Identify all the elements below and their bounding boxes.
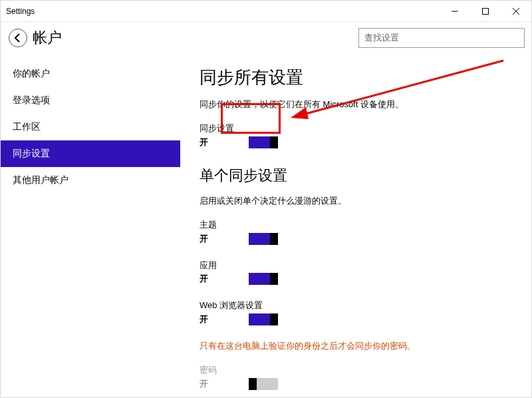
maximize-button[interactable] [470,1,501,21]
sidebar-item-work-access[interactable]: 工作区 [1,114,180,140]
back-button[interactable] [9,29,27,47]
minimize-button[interactable] [440,1,470,21]
section-desc-individual: 启用或关闭单个决定什么漫游的设置。 [200,195,513,207]
toggle-theme[interactable] [249,233,278,245]
close-button[interactable] [501,1,531,21]
setting-state-text: 开 [200,273,246,285]
setting-browser: Web 浏览器设置 开 [200,299,513,325]
sidebar-item-label: 你的帐户 [13,68,50,80]
svg-rect-1 [483,8,489,14]
toggle-sync-settings[interactable] [249,136,278,148]
toggle-apps[interactable] [249,273,278,285]
setting-password: 密码 开 [200,364,513,390]
main-panel: 同步所有设置 同步你的设置，以便它们在所有 Microsoft 设备使用。 同步… [180,54,531,397]
search-placeholder: 查找设置 [364,32,399,44]
page-title: 帐户 [33,28,358,48]
sidebar-item-label: 同步设置 [13,148,50,160]
content-area: 你的帐户 登录选项 工作区 同步设置 其他用户帐户 同步所有设置 同步你的设置，… [1,54,531,397]
sidebar-item-label: 登录选项 [13,95,50,106]
setting-theme: 主题 开 [200,219,513,245]
setting-state-text: 开 [200,378,246,390]
sidebar-item-label: 其他用户帐户 [13,174,68,186]
setting-label: 密码 [200,364,513,376]
setting-state-text: 开 [200,313,246,325]
toggle-password[interactable] [249,378,278,390]
header-row: 帐户 查找设置 [1,22,531,54]
sidebar-item-your-account[interactable]: 你的帐户 [1,61,180,87]
sidebar-item-sync-settings[interactable]: 同步设置 [1,140,180,167]
svg-marker-5 [291,107,309,119]
svg-line-4 [301,61,503,115]
caption-buttons [440,1,531,21]
annotation-box [221,103,281,134]
setting-label: 应用 [200,260,513,272]
setting-label: 主题 [200,219,513,231]
window-title: Settings [1,7,440,16]
sidebar: 你的帐户 登录选项 工作区 同步设置 其他用户帐户 [1,54,180,397]
setting-state-text: 开 [200,136,246,148]
setting-state-text: 开 [200,233,246,245]
titlebar: Settings [1,1,531,22]
toggle-browser[interactable] [249,313,278,325]
annotation-arrow [281,54,513,127]
verify-warning-text: 只有在这台电脑上验证你的身份之后才会同步你的密码。 [200,340,513,352]
setting-apps: 应用 开 [200,260,513,286]
search-input[interactable]: 查找设置 [358,28,525,48]
sidebar-item-signin-options[interactable]: 登录选项 [1,87,180,114]
sidebar-item-label: 工作区 [13,121,41,133]
setting-label: Web 浏览器设置 [200,299,513,311]
section-title-individual: 单个同步设置 [200,166,513,186]
sidebar-item-other-users[interactable]: 其他用户帐户 [1,167,180,194]
